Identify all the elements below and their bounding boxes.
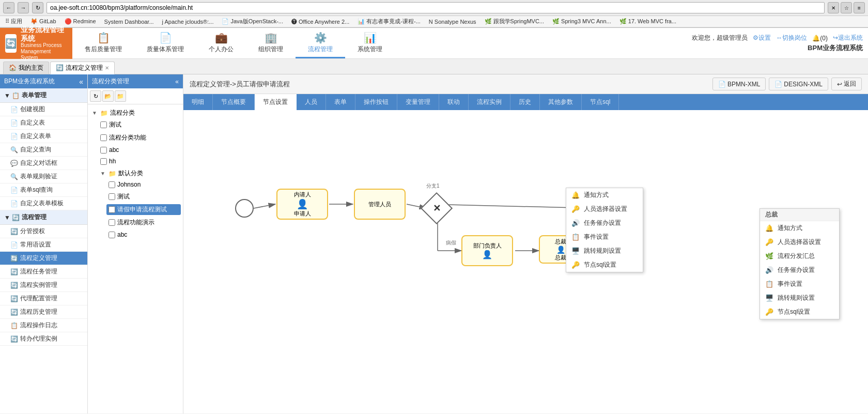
tab-operation-btn[interactable]: 操作按钮 <box>355 94 397 110</box>
tab-home[interactable]: 🏠 我的主页 <box>3 62 49 74</box>
menu-item-task-remind[interactable]: 🔊 任务催办设置 <box>566 216 643 230</box>
bookmark-nexus[interactable]: N Sonatype Nexus <box>427 18 478 25</box>
gateway-branch[interactable]: ✕ <box>421 192 453 224</box>
bookmark-office[interactable]: 🅣 Office Anywhere 2... <box>289 18 351 25</box>
category-panel-collapse-icon[interactable]: « <box>175 78 179 85</box>
menu-item-jump-rule[interactable]: 🖥️ 跳转规则设置 <box>566 244 643 258</box>
tab-history[interactable]: 历史 <box>510 94 540 110</box>
sidebar-process-log[interactable]: 📋 流程操作日志 <box>0 319 87 332</box>
sidebar-process-instance[interactable]: 🔄 流程实例管理 <box>0 279 87 292</box>
task-dept-head[interactable]: 部门负责人 👤 <box>461 235 513 266</box>
bookmark-redmine[interactable]: 🔴 Redmine <box>63 18 98 25</box>
tree-checkbox-leave-apply[interactable] <box>109 206 115 213</box>
tree-checkbox-process-demo[interactable] <box>109 219 115 226</box>
tab-form[interactable]: 表单 <box>326 94 355 110</box>
tree-checkbox-johnson[interactable] <box>109 181 115 188</box>
menu-item-event[interactable]: 📋 事件设置 <box>566 230 643 244</box>
tab-process-instance[interactable]: 流程实例 <box>469 94 510 110</box>
start-event[interactable] <box>235 199 254 218</box>
menu2-item-event[interactable]: 📋 事件设置 <box>760 277 839 291</box>
nav-personal[interactable]: 💼 个人办公 <box>196 28 246 58</box>
design-xml-btn[interactable]: 📄 DESIGN-XML <box>769 78 828 90</box>
menu-item-person-selector[interactable]: 🔑 人员选择器设置 <box>566 202 643 216</box>
logout-link[interactable]: ↪退出系统 <box>833 34 863 42</box>
sidebar-create-view[interactable]: 📄 创建视图 <box>0 103 87 116</box>
tree-checkbox-abc2[interactable] <box>109 232 115 238</box>
tree-label-test1[interactable]: 测试 <box>98 119 181 130</box>
nav-after-sales[interactable]: 📋 售后质量管理 <box>72 28 134 58</box>
sidebar-collapse-btn[interactable]: « <box>79 78 83 86</box>
menu2-item-person-selector[interactable]: 🔑 人员选择器设置 <box>760 235 839 249</box>
tab-node-overview[interactable]: 节点概要 <box>213 94 255 110</box>
sidebar-custom-dialog[interactable]: 💬 自定义对话框 <box>0 157 87 170</box>
menu-btn[interactable]: ≡ <box>854 2 865 13</box>
task-applicant[interactable]: 内请人 👤 申请人 <box>276 189 328 220</box>
tab-close-icon[interactable]: ✕ <box>105 65 109 71</box>
tab-other-params[interactable]: 其他参数 <box>540 94 582 110</box>
back-button[interactable]: ← <box>3 2 14 13</box>
sidebar-form-sql[interactable]: 📄 表单sql查询 <box>0 183 87 197</box>
nav-process[interactable]: ⚙️ 流程管理 <box>296 28 345 58</box>
sidebar-transfer-proxy[interactable]: 🔄 转办代理实例 <box>0 332 87 346</box>
close-tab-btn[interactable]: ✕ <box>828 2 839 13</box>
task-manager[interactable]: 管理人员 <box>354 189 406 220</box>
menu-item-node-sql[interactable]: 🔑 节点sql设置 <box>566 258 643 272</box>
tree-checkbox-test1[interactable] <box>100 121 107 128</box>
sidebar-auth[interactable]: 🔄 分管授权 <box>0 225 87 238</box>
bookmark-apps[interactable]: ⠿ 应用 <box>3 17 24 26</box>
sidebar-form-validate[interactable]: 🔍 表单规则验证 <box>0 170 87 183</box>
tab-process-def[interactable]: 🔄 流程定义管理 ✕ <box>50 62 115 74</box>
tree-label-abc2[interactable]: abc <box>106 230 181 239</box>
settings-link[interactable]: ⚙设置 <box>753 34 771 42</box>
tree-label-abc1[interactable]: abc <box>98 145 181 155</box>
tree-toggle-process-category[interactable]: ▼ <box>92 110 98 116</box>
tab-personnel[interactable]: 人员 <box>297 94 326 110</box>
nav-org[interactable]: 🏢 组织管理 <box>246 28 296 58</box>
menu2-item-process-dispatch[interactable]: 🌿 流程分发汇总 <box>760 249 839 263</box>
tree-label-default-category[interactable]: ▼ 📁 默认分类 <box>98 168 181 179</box>
tree-checkbox-hh[interactable] <box>100 158 107 165</box>
menu2-item-node-sql[interactable]: 🔑 节点sql设置 <box>760 305 839 319</box>
tree-toggle-default[interactable]: ▼ <box>100 171 106 176</box>
sidebar-custom-query[interactable]: 🔍 自定义查询 <box>0 143 87 157</box>
bookmark-zhizhe[interactable]: 📊 有志者事竟成-课程-... <box>355 17 423 26</box>
tree-checkbox-test2[interactable] <box>109 193 115 200</box>
menu-item-notify[interactable]: 🔔 通知方式 <box>566 188 643 202</box>
tab-node-sql[interactable]: 节点sql <box>582 94 619 110</box>
tab-detail[interactable]: 明细 <box>183 94 213 110</box>
menu2-item-notify[interactable]: 🔔 通知方式 <box>760 221 839 235</box>
sidebar-process-def[interactable]: 🔄 流程定义管理 <box>0 252 87 265</box>
bookmark-jclouds[interactable]: j Apache jclouds®:... <box>160 18 216 25</box>
tree-label-hh[interactable]: hh <box>98 157 181 166</box>
menu2-item-jump-rule[interactable]: 🖥️ 跳转规则设置 <box>760 291 839 305</box>
tab-variable[interactable]: 变量管理 <box>397 94 439 110</box>
sidebar-process-history[interactable]: 🔄 流程历史管理 <box>0 305 87 319</box>
category-refresh-btn[interactable]: ↻ <box>90 90 101 102</box>
switch-position-link[interactable]: ↔切换岗位 <box>776 34 807 42</box>
tree-label-test2[interactable]: 测试 <box>106 191 181 202</box>
bookmark-gitlab[interactable]: 🦊 GitLab <box>28 18 58 25</box>
star-btn[interactable]: ☆ <box>841 2 852 13</box>
tab-node-settings[interactable]: 节点设置 <box>255 94 297 110</box>
sidebar-process-task[interactable]: 🔄 流程任务管理 <box>0 265 87 279</box>
bookmark-openstack[interactable]: 📄 Java版OpenStack-... <box>220 17 285 26</box>
category-folder-btn[interactable]: 📁 <box>115 90 126 102</box>
sidebar-section-process-title[interactable]: ▼ 🔄 流程管理 <box>0 210 87 225</box>
menu2-item-task-remind[interactable]: 🔊 任务催办设置 <box>760 263 839 277</box>
refresh-button[interactable]: ↻ <box>32 2 43 13</box>
forward-button[interactable]: → <box>18 2 29 13</box>
nav-system[interactable]: 📊 系统管理 <box>345 28 395 58</box>
bookmark-system-dashboard[interactable]: System Dashboar... <box>102 18 156 25</box>
tree-label-johnson[interactable]: Johnson <box>106 180 181 189</box>
sidebar-custom-table[interactable]: 📄 自定义表 <box>0 116 87 130</box>
bookmark-springmvc[interactable]: 🌿 跟我学SpringMVC... <box>483 17 546 26</box>
sidebar-common-phrase[interactable]: 📄 常用语设置 <box>0 238 87 252</box>
diagram-area[interactable]: 病假 内请人 👤 申请人 管理人员 ✕ 分支1 <box>183 110 868 413</box>
tree-label-leave-apply[interactable]: 请假申请流程测试 <box>106 204 181 215</box>
tab-linkage[interactable]: 联动 <box>439 94 469 110</box>
tree-label-process-demo[interactable]: 流程功能演示 <box>106 217 181 228</box>
bpmn-xml-btn[interactable]: 📄 BPMN-XML <box>712 78 766 90</box>
tree-label-process-category[interactable]: ▼ 📁 流程分类 <box>90 108 181 118</box>
sidebar-form-template[interactable]: 📄 自定义表单模板 <box>0 197 87 210</box>
nav-quality[interactable]: 📄 质量体系管理 <box>134 28 196 58</box>
